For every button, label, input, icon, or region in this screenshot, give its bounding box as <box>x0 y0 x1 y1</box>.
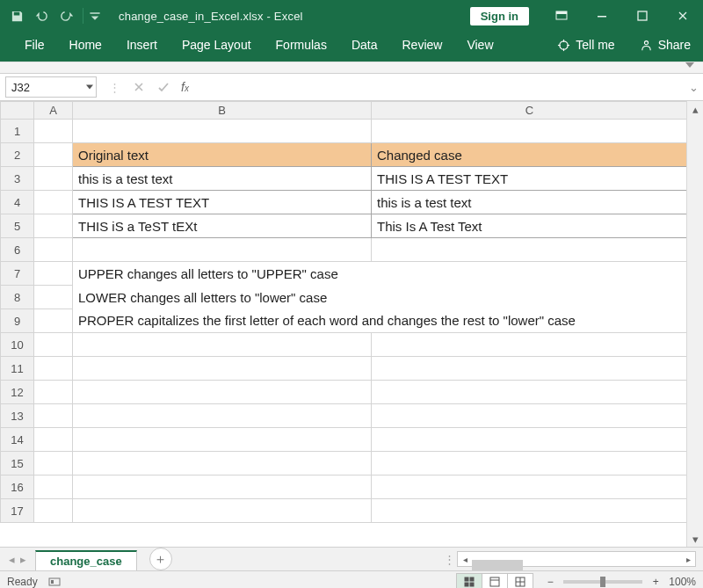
formula-bar-row: J32 ⋮ fx ⌄ <box>0 74 703 101</box>
row-header[interactable]: 14 <box>1 428 34 452</box>
cell-c4[interactable]: this is a test text <box>372 191 687 214</box>
row-header[interactable]: 11 <box>1 357 34 381</box>
new-sheet-button[interactable]: ＋ <box>149 548 172 570</box>
normal-view-button[interactable] <box>456 573 482 588</box>
zoom-control: − + 100% <box>544 576 696 588</box>
ribbon-collapse-indicator[interactable] <box>0 62 703 74</box>
svg-point-4 <box>560 40 568 48</box>
name-box[interactable]: J32 <box>5 76 97 98</box>
sheet-tab-bar: ◂ ▸ change_case ＋ ⋮ ◂ ▸ <box>0 547 703 570</box>
col-header-b[interactable]: B <box>73 102 372 120</box>
svg-rect-6 <box>563 48 564 51</box>
zoom-slider[interactable] <box>563 580 642 584</box>
separator-icon: ⋮ <box>102 81 127 94</box>
view-mode-group <box>456 573 533 588</box>
svg-rect-7 <box>558 44 561 45</box>
horizontal-scrollbar[interactable]: ◂ ▸ <box>457 551 696 567</box>
cell-b4[interactable]: THIS IS A TEST TEXT <box>73 191 372 214</box>
qat-customize-button[interactable] <box>89 4 101 27</box>
tab-page-layout[interactable]: Page Layout <box>170 33 264 61</box>
ribbon-display-options-button[interactable] <box>541 0 582 32</box>
cell-b5[interactable]: THIS iS a TeST tEXt <box>73 214 372 238</box>
svg-rect-1 <box>556 11 567 14</box>
row-header[interactable]: 10 <box>1 333 34 357</box>
row-header[interactable]: 2 <box>1 143 34 167</box>
page-layout-view-button[interactable] <box>482 573 508 588</box>
header-changed-case[interactable]: Changed case <box>372 143 687 167</box>
row-header[interactable]: 17 <box>1 499 34 523</box>
row-header[interactable]: 3 <box>1 167 34 191</box>
formula-bar-input[interactable] <box>194 74 684 100</box>
status-bar: Ready − + 100% <box>0 570 703 588</box>
svg-rect-13 <box>470 577 474 581</box>
enter-formula-button[interactable] <box>151 81 176 93</box>
undo-button[interactable] <box>30 4 53 27</box>
tell-me[interactable]: Tell me <box>545 33 627 61</box>
expand-formula-bar-button[interactable]: ⌄ <box>684 74 703 100</box>
fx-icon[interactable]: fx <box>181 80 189 94</box>
cell-b3[interactable]: this is a test text <box>73 167 372 191</box>
row-header[interactable]: 12 <box>1 381 34 404</box>
tab-review[interactable]: Review <box>390 33 455 61</box>
tab-home[interactable]: Home <box>57 33 114 61</box>
col-header-c[interactable]: C <box>372 102 687 120</box>
minimize-button[interactable] <box>582 0 622 32</box>
svg-point-9 <box>644 40 648 44</box>
tab-insert[interactable]: Insert <box>114 33 170 61</box>
svg-rect-3 <box>638 11 647 20</box>
tab-formulas[interactable]: Formulas <box>264 33 339 61</box>
svg-rect-15 <box>470 583 474 586</box>
save-button[interactable] <box>5 4 28 27</box>
tab-view[interactable]: View <box>454 33 505 61</box>
sign-in-button[interactable]: Sign in <box>470 7 529 25</box>
close-button[interactable] <box>663 0 703 32</box>
redo-button[interactable] <box>54 4 77 27</box>
tab-nav-prev-icon[interactable]: ◂ <box>7 553 17 566</box>
header-original-text[interactable]: Original text <box>73 143 372 167</box>
share-button[interactable]: Share <box>627 33 703 61</box>
cell-b8[interactable]: LOWER changes all letters to "lower" cas… <box>73 286 687 309</box>
scroll-right-button[interactable]: ▸ <box>681 555 695 564</box>
row-header[interactable]: 8 <box>1 286 34 309</box>
row-header[interactable]: 5 <box>1 214 34 238</box>
cancel-formula-button[interactable] <box>127 81 151 93</box>
zoom-level[interactable]: 100% <box>669 576 696 588</box>
zoom-in-button[interactable]: + <box>649 576 662 588</box>
row-header[interactable]: 7 <box>1 262 34 286</box>
maximize-button[interactable] <box>622 0 663 32</box>
tab-data[interactable]: Data <box>339 33 390 61</box>
svg-rect-12 <box>465 577 468 581</box>
svg-rect-11 <box>51 580 54 584</box>
chevron-down-icon[interactable] <box>86 85 93 90</box>
sheet-tab-change-case[interactable]: change_case <box>35 550 137 570</box>
scroll-down-button[interactable]: ▾ <box>687 531 703 547</box>
name-box-value: J32 <box>11 81 30 94</box>
row-header[interactable]: 16 <box>1 475 34 499</box>
tab-nav[interactable]: ◂ ▸ <box>0 553 35 566</box>
row-header[interactable]: 4 <box>1 191 34 214</box>
tab-nav-next-icon[interactable]: ▸ <box>18 553 28 566</box>
vertical-scrollbar[interactable]: ▴ ▾ <box>686 101 703 547</box>
row-header[interactable]: 6 <box>1 238 34 262</box>
macro-record-icon[interactable] <box>48 576 61 588</box>
cell-c5[interactable]: This Is A Test Text <box>372 214 687 238</box>
cell-b9[interactable]: PROPER capitalizes the first letter of e… <box>73 309 687 333</box>
page-break-view-button[interactable] <box>508 573 533 588</box>
cell-c3[interactable]: THIS IS A TEST TEXT <box>372 167 687 191</box>
tab-split-handle[interactable]: ⋮ <box>444 553 453 566</box>
share-label: Share <box>658 38 691 52</box>
row-header[interactable]: 13 <box>1 404 34 428</box>
spreadsheet-grid[interactable]: A B C 1 2 Original text Changed case 3 t… <box>0 101 686 523</box>
row-header[interactable]: 15 <box>1 452 34 475</box>
window-title: change_case_in_Excel.xlsx - Excel <box>119 10 303 23</box>
row-header[interactable]: 9 <box>1 309 34 333</box>
row-header[interactable]: 1 <box>1 120 34 143</box>
cell-b7[interactable]: UPPER changes all letters to "UPPER" cas… <box>73 262 687 286</box>
scroll-up-button[interactable]: ▴ <box>687 101 703 117</box>
titlebar: change_case_in_Excel.xlsx - Excel Sign i… <box>0 0 703 32</box>
zoom-out-button[interactable]: − <box>544 576 556 588</box>
col-header-a[interactable]: A <box>34 102 73 120</box>
tab-file[interactable]: File <box>12 33 57 61</box>
scroll-left-button[interactable]: ◂ <box>458 555 472 564</box>
select-all-corner[interactable] <box>1 102 34 120</box>
